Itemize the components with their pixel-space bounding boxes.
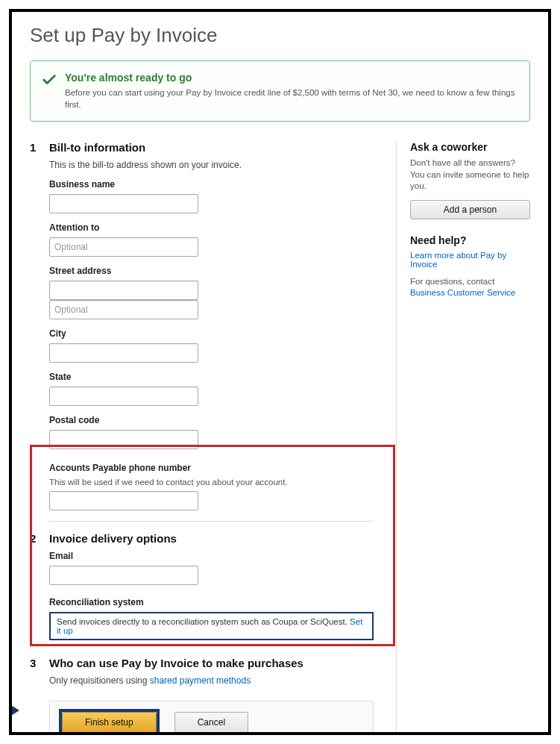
page-title: Set up Pay by Invoice [30,24,530,47]
alert-text: Before you can start using your Pay by I… [65,87,517,110]
section-number: 3 [30,657,40,669]
help-contact: For questions, contact Business Customer… [410,276,530,299]
help-title: Need help? [410,234,530,246]
divider [49,521,374,522]
footer-bar: Finish setup Cancel [49,701,374,735]
postal-input[interactable] [49,430,198,449]
page-frame: Set up Pay by Invoice You're almost read… [9,9,551,735]
who-text: Only requisitioners using shared payment… [49,675,374,686]
section-delivery: 2 Invoice delivery options Email Reconci… [30,532,374,640]
business-name-label: Business name [49,179,374,190]
street-input-1[interactable] [49,281,198,300]
city-input[interactable] [49,343,198,363]
alert-banner: You're almost ready to go Before you can… [30,60,530,122]
ap-phone-help: This will be used if we need to contact … [49,478,374,487]
section-title: Invoice delivery options [49,532,177,545]
finish-setup-button[interactable]: Finish setup [62,712,157,733]
ap-phone-label: Accounts Payable phone number [49,463,374,473]
section-billto: 1 Bill-to information This is the bill-t… [30,141,374,510]
attention-to-label: Attention to [49,222,374,233]
recon-label: Reconciliation system [49,597,374,607]
arrow-indicator-icon [9,700,19,721]
section-title: Bill-to information [49,141,145,154]
customer-service-link[interactable]: Business Customer Service [410,288,515,297]
ap-phone-input[interactable] [49,491,198,510]
business-name-input[interactable] [49,194,198,213]
state-input[interactable] [49,387,198,406]
ask-text: Don't have all the answers? You can invi… [410,157,530,193]
recon-text: Send invoices directly to a reconciliati… [57,617,347,626]
add-person-button[interactable]: Add a person [410,200,530,219]
ask-coworker-panel: Ask a coworker Don't have all the answer… [410,141,530,219]
state-label: State [49,372,374,382]
street-label: Street address [49,266,374,276]
postal-label: Postal code [49,415,374,425]
email-label: Email [49,551,374,561]
attention-to-input[interactable] [49,237,198,257]
cancel-button[interactable]: Cancel [174,712,248,733]
alert-title: You're almost ready to go [65,72,517,84]
finish-button-highlight: Finish setup [59,709,160,735]
email-input[interactable] [49,566,198,585]
help-contact-prefix: For questions, contact [410,277,494,286]
shared-payment-link[interactable]: shared payment methods [150,675,251,686]
street-input-2[interactable] [49,300,198,319]
who-text-prefix: Only requisitioners using [49,675,150,686]
section-number: 1 [30,141,40,154]
section-who: 3 Who can use Pay by Invoice to make pur… [30,657,374,686]
section-title: Who can use Pay by Invoice to make purch… [49,657,303,669]
ask-title: Ask a coworker [410,141,530,153]
recon-box: Send invoices directly to a reconciliati… [49,612,374,640]
need-help-panel: Need help? Learn more about Pay by Invoi… [410,234,530,299]
learn-more-link[interactable]: Learn more about Pay by Invoice [410,251,530,269]
section-subtext: This is the bill-to address shown on you… [49,160,374,170]
checkmark-icon [41,72,57,88]
section-number: 2 [30,532,40,545]
city-label: City [49,328,374,339]
